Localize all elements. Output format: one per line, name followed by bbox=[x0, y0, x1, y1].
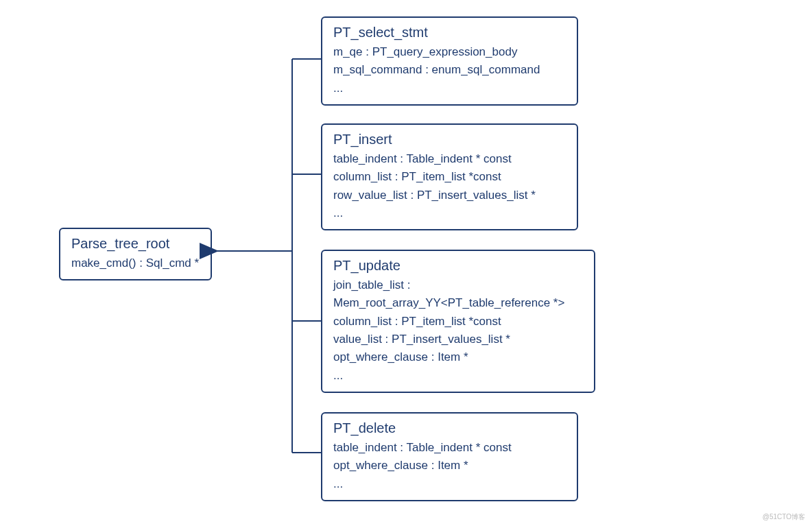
watermark: @51CTO博客 bbox=[763, 512, 805, 522]
pt-insert-attr-2: row_value_list : PT_insert_values_list * bbox=[333, 187, 566, 204]
pt-update-attr-2: column_list : PT_item_list *const bbox=[333, 313, 583, 331]
pt-select-title: PT_select_stmt bbox=[333, 25, 566, 40]
pt-select-attr-1: m_sql_command : enum_sql_command bbox=[333, 61, 566, 79]
pt-insert-box: PT_insert table_indent : Table_indent * … bbox=[321, 123, 578, 230]
pt-insert-title: PT_insert bbox=[333, 132, 566, 147]
pt-select-attr-2: ... bbox=[333, 80, 566, 97]
root-title: Parse_tree_root bbox=[71, 236, 200, 252]
pt-update-attr-0: join_table_list : bbox=[333, 276, 583, 294]
pt-update-attr-1: Mem_root_array_YY<PT_table_reference *> bbox=[333, 294, 583, 312]
pt-delete-attr-0: table_indent : Table_indent * const bbox=[333, 439, 566, 457]
pt-insert-attr-3: ... bbox=[333, 204, 566, 222]
pt-delete-attr-2: ... bbox=[333, 475, 566, 493]
parse-tree-root-box: Parse_tree_root make_cmd() : Sql_cmd * bbox=[59, 228, 212, 280]
pt-update-attr-4: opt_where_clause : Item * bbox=[333, 348, 583, 366]
pt-update-attr-5: ... bbox=[333, 367, 583, 385]
pt-update-title: PT_update bbox=[333, 258, 583, 274]
pt-update-attr-3: value_list : PT_insert_values_list * bbox=[333, 331, 583, 348]
pt-delete-box: PT_delete table_indent : Table_indent * … bbox=[321, 412, 578, 501]
pt-select-attr-0: m_qe : PT_query_expression_body bbox=[333, 43, 566, 61]
pt-select-stmt-box: PT_select_stmt m_qe : PT_query_expressio… bbox=[321, 16, 578, 106]
pt-delete-title: PT_delete bbox=[333, 420, 566, 436]
root-attr-0: make_cmd() : Sql_cmd * bbox=[71, 254, 200, 272]
pt-update-box: PT_update join_table_list : Mem_root_arr… bbox=[321, 250, 595, 393]
pt-insert-attr-1: column_list : PT_item_list *const bbox=[333, 168, 566, 186]
pt-delete-attr-1: opt_where_clause : Item * bbox=[333, 457, 566, 475]
pt-insert-attr-0: table_indent : Table_indent * const bbox=[333, 150, 566, 168]
